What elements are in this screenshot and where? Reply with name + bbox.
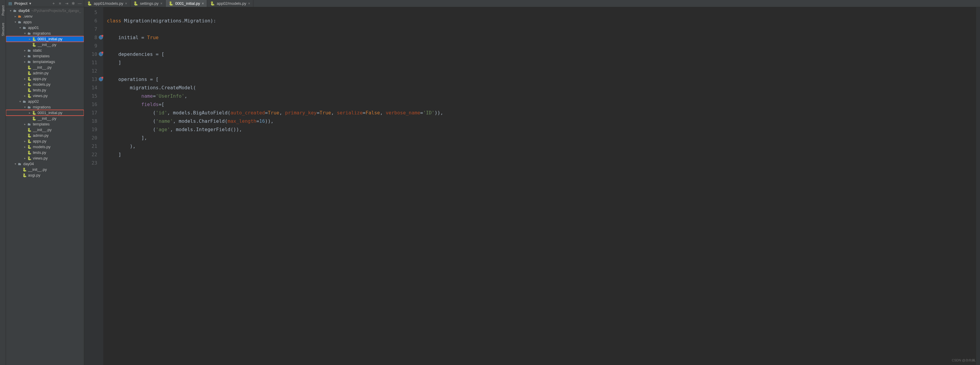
tree-row[interactable]: ▸🖿templatetags xyxy=(6,59,84,65)
tree-caret-icon[interactable]: ▸ xyxy=(23,156,27,160)
code-line[interactable]: ), xyxy=(107,142,976,151)
tree-row[interactable]: 🐍admin.py xyxy=(6,132,84,138)
tree-caret-icon[interactable]: ▸ xyxy=(23,145,27,148)
toolstrip-project[interactable]: Project xyxy=(1,2,5,19)
tree-row[interactable]: 🐍__init__.py xyxy=(6,167,84,172)
code-line[interactable] xyxy=(107,67,976,75)
tree-row[interactable]: 🐍__init__.py xyxy=(6,127,84,132)
project-dropdown[interactable]: ▾ xyxy=(29,1,31,6)
code-area[interactable]: class Migration(migrations.Migration): i… xyxy=(103,7,976,365)
editor-tab[interactable]: 🐍app02/models.py× xyxy=(207,0,253,7)
gutter-line-number[interactable]: 6 xyxy=(84,17,103,25)
collapse-all-icon[interactable]: ⇥ xyxy=(64,1,69,6)
tree-caret-icon[interactable]: ▾ xyxy=(23,105,27,109)
tree-row[interactable]: ▸🖿templates xyxy=(6,121,84,127)
tree-row[interactable]: 🐍__init__.py xyxy=(6,65,84,70)
close-icon[interactable]: × xyxy=(202,2,204,6)
gutter-line-number[interactable]: 5 xyxy=(84,8,103,17)
tree-caret-icon[interactable]: ▸ xyxy=(23,60,27,63)
code-line[interactable]: ('id', models.BigAutoField(auto_created=… xyxy=(107,109,976,117)
code-line[interactable]: dependencies = [ xyxy=(107,50,976,59)
tree-caret-icon[interactable]: ▸ xyxy=(13,14,17,18)
project-tree[interactable]: ▾🖿day04~/PycharmProjects/5x_django_▸🖿.ve… xyxy=(6,7,84,365)
gutter-line-number[interactable]: 15 xyxy=(84,92,103,100)
code-line[interactable]: ('name', models.CharField(max_length=16)… xyxy=(107,117,976,126)
tree-row[interactable]: ▸🖿.venv xyxy=(6,13,84,19)
locate-icon[interactable]: ⌖ xyxy=(51,1,56,6)
tree-caret-icon[interactable]: ▸ xyxy=(23,83,27,86)
tree-caret-icon[interactable]: ▸ xyxy=(23,123,27,126)
gutter-line-number[interactable]: 8 xyxy=(84,33,103,42)
code-line[interactable]: ] xyxy=(107,151,976,159)
tree-caret-icon[interactable]: ▾ xyxy=(18,26,22,29)
gutter-line-number[interactable]: 20 xyxy=(84,134,103,142)
gutter-line-number[interactable]: 11 xyxy=(84,59,103,67)
tree-row[interactable]: ▸🖿static xyxy=(6,48,84,53)
gutter-line-number[interactable]: 14 xyxy=(84,84,103,92)
gutter-line-number[interactable]: 23 xyxy=(84,159,103,167)
scrollmap[interactable] xyxy=(976,7,980,365)
code-line[interactable]: fields=[ xyxy=(107,100,976,109)
code-line[interactable] xyxy=(107,42,976,50)
tree-row[interactable]: ▸🐍0001_initial.py xyxy=(6,36,84,42)
tree-row[interactable]: 🐍asgi.py xyxy=(6,172,84,178)
code-line[interactable]: ], xyxy=(107,134,976,142)
gutter-line-number[interactable]: 7 xyxy=(84,25,103,33)
toolstrip-structure[interactable]: Structure xyxy=(1,19,5,40)
code-line[interactable]: initial = True xyxy=(107,33,976,42)
gutter-line-number[interactable]: 18 xyxy=(84,117,103,126)
settings-icon[interactable]: ✻ xyxy=(71,1,75,6)
gutter-line-number[interactable]: 12 xyxy=(84,67,103,75)
editor-tab[interactable]: 🐍0001_initial.py× xyxy=(165,0,207,7)
close-icon[interactable]: × xyxy=(125,2,127,6)
tree-row[interactable]: ▸🐍apps.py xyxy=(6,138,84,144)
tree-row[interactable]: 🐍tests.py xyxy=(6,87,84,93)
gutter-line-number[interactable]: 21 xyxy=(84,142,103,151)
gutter-marker-icon[interactable] xyxy=(99,35,103,40)
gutter-line-number[interactable]: 19 xyxy=(84,126,103,134)
tree-caret-icon[interactable]: ▸ xyxy=(23,77,27,80)
code-line[interactable]: operations = [ xyxy=(107,75,976,84)
tree-row[interactable]: ▾🖿migrations xyxy=(6,104,84,110)
tree-caret-icon[interactable]: ▸ xyxy=(23,139,27,143)
hide-icon[interactable]: — xyxy=(77,1,82,6)
tree-row[interactable]: ▸🖿templates xyxy=(6,53,84,59)
gutter-line-number[interactable]: 10 xyxy=(84,50,103,59)
tree-row[interactable]: ▸🐍views.py xyxy=(6,155,84,161)
tree-row[interactable]: ▾🖿migrations xyxy=(6,30,84,36)
close-icon[interactable]: × xyxy=(160,2,162,6)
tree-row[interactable]: 🐍__init__.py xyxy=(6,116,84,121)
gutter-line-number[interactable]: 22 xyxy=(84,151,103,159)
editor-tab[interactable]: 🐍app01/models.py× xyxy=(84,0,130,7)
tree-caret-icon[interactable]: ▸ xyxy=(27,111,32,115)
close-icon[interactable]: × xyxy=(248,2,250,6)
gutter-marker-icon[interactable] xyxy=(99,77,103,81)
tree-caret-icon[interactable]: ▸ xyxy=(27,37,32,41)
code-line[interactable]: ] xyxy=(107,59,976,67)
tree-row[interactable]: 🐍tests.py xyxy=(6,150,84,155)
tree-row[interactable]: 🐍admin.py xyxy=(6,70,84,76)
code-line[interactable]: ('age', models.IntegerField()), xyxy=(107,126,976,134)
tree-caret-icon[interactable]: ▸ xyxy=(23,54,27,57)
tree-row[interactable]: ▾🖿app02 xyxy=(6,99,84,104)
tree-caret-icon[interactable]: ▸ xyxy=(23,94,27,97)
tree-row[interactable]: ▸🐍0001_initial.py xyxy=(6,110,84,116)
tree-caret-icon[interactable]: ▸ xyxy=(23,49,27,52)
tree-row[interactable]: ▾🖿day04~/PycharmProjects/5x_django_ xyxy=(6,8,84,13)
tree-row[interactable]: ▸🐍models.py xyxy=(6,144,84,150)
tree-caret-icon[interactable]: ▾ xyxy=(13,20,17,24)
code-line[interactable]: class Migration(migrations.Migration): xyxy=(107,17,976,25)
tree-row[interactable]: ▾🖿day04 xyxy=(6,161,84,167)
gutter-marker-icon[interactable] xyxy=(99,52,103,56)
code-line[interactable] xyxy=(107,25,976,33)
tree-caret-icon[interactable]: ▾ xyxy=(13,162,17,166)
tree-row[interactable]: ▾🖿apps xyxy=(6,19,84,25)
gutter-line-number[interactable]: 16 xyxy=(84,100,103,109)
editor-tab[interactable]: 🐍settings.py× xyxy=(130,0,165,7)
gutter-line-number[interactable]: 13 xyxy=(84,75,103,84)
expand-all-icon[interactable]: ≡ xyxy=(57,1,62,6)
code-line[interactable] xyxy=(107,8,976,17)
code-line[interactable] xyxy=(107,159,976,167)
tree-row[interactable]: 🐍__init__.py xyxy=(6,42,84,48)
gutter-line-number[interactable]: 17 xyxy=(84,109,103,117)
